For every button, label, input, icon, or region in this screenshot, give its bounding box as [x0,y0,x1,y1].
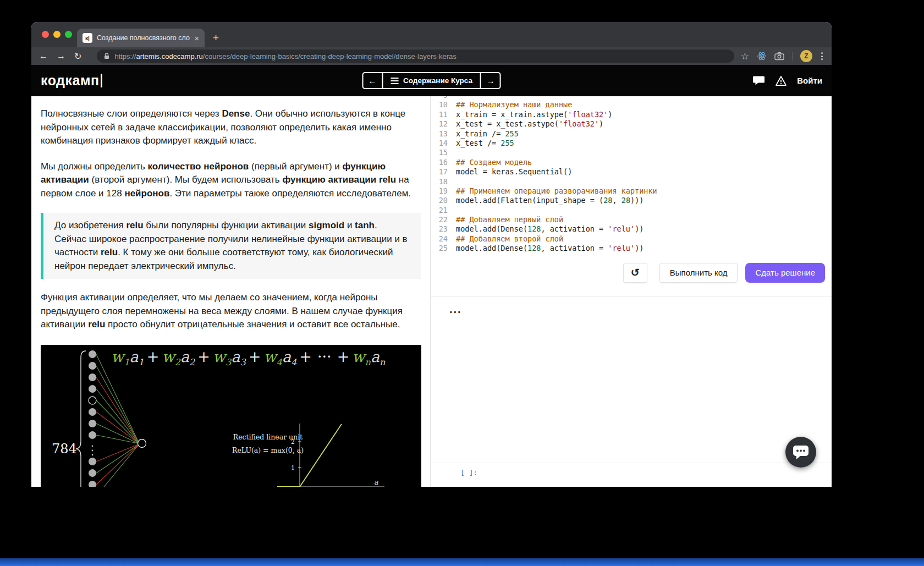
reload-icon[interactable]: ↻ [74,51,81,62]
reset-icon: ↺ [631,266,640,279]
line-number: 22 [431,215,448,224]
input-count-label: 784 [52,441,77,457]
code-line[interactable]: 20model.add(Flatten(input_shape = (28, 2… [431,196,832,205]
brace-shape [76,351,86,487]
course-navigation: ← Содержание Курса → [362,72,501,89]
neural-network-figure: 784 [41,345,421,487]
line-number: 18 [431,177,448,186]
line-number: 23 [431,224,448,234]
bookmark-star-icon[interactable]: ☆ [741,51,749,62]
forward-icon[interactable]: → [57,51,65,61]
input-neurons [89,350,96,487]
y-tick-1: 1 [291,464,295,471]
toolbar-separator [792,52,793,61]
logo-text: кодкамп [41,73,100,89]
site-logo[interactable]: кодкамп [41,73,102,89]
logo-cursor [101,74,102,87]
line-number: 15 [431,148,448,157]
chat-icon[interactable] [753,75,765,86]
new-tab-button[interactable]: + [213,32,219,44]
hamburger-icon [391,78,398,84]
tab-close-icon[interactable]: × [194,34,199,43]
minimize-window-button[interactable] [53,31,61,38]
url-path: /courses/deep-learning-basics/creating-d… [203,52,457,61]
code-line[interactable]: 21 [431,206,832,215]
url-host: artemis.codecamp.ru [136,52,202,61]
run-code-button[interactable]: Выполнить код [659,263,738,283]
warning-icon[interactable] [775,75,787,86]
line-number: 14 [431,139,448,148]
login-button[interactable]: Войти [797,76,822,85]
output-collapsed-ellipsis[interactable]: ... [449,303,832,316]
editor-actions: ↺ Выполнить код Сдать решение [431,263,832,283]
back-icon[interactable]: ← [39,51,48,61]
note-callout: До изобретения relu были популярны функц… [41,213,421,279]
code-line[interactable]: 14x_test /= 255 [431,139,832,148]
code-line[interactable]: 9 [431,96,832,100]
x-axis-label: a [374,478,378,486]
line-number: 25 [431,244,448,253]
code-line[interactable]: 19## Применяем операцию разворачивания к… [431,186,832,196]
code-editor[interactable]: 910## Нормализуем наши данные11x_train =… [431,96,832,254]
code-line[interactable]: 23model.add(Dense(128, activation = 'rel… [431,224,832,234]
extension-atom-icon[interactable] [757,51,767,61]
address-bar[interactable]: https://artemis.codecamp.ru/courses/deep… [97,50,734,63]
relu-formula: ReLU(a) = max(0, a) [232,446,304,454]
line-number: 13 [431,129,448,139]
tab-favicon: к| [82,33,92,43]
y-tick-2: 2 [291,438,295,446]
support-chat-button[interactable] [785,437,816,468]
code-line[interactable]: 13x_train /= 255 [431,129,832,139]
line-number: 21 [431,206,448,215]
profile-avatar[interactable]: Z [800,50,812,62]
weighted-sum-formula: w1a1+w2a2+w3a3+w4a4+···+wnan [111,348,385,365]
code-line[interactable]: 25model.add(Dense(128, activation = 'rel… [431,244,832,253]
browser-window: к| Создание полносвязного сло × + ← → ↻ … [31,22,832,487]
browser-tab[interactable]: к| Создание полносвязного сло × [77,29,205,47]
browser-menu-icon[interactable] [820,51,824,61]
article-paragraph: Мы должны определить количество нейронов… [41,160,421,201]
code-line[interactable]: 15 [431,148,832,157]
code-line[interactable]: 16## Создаем модель [431,158,832,167]
code-line[interactable]: 11x_train = x_train.astype('float32') [431,110,832,119]
code-line[interactable]: 18 [431,177,832,186]
prev-lesson-button[interactable]: ← [363,73,382,88]
code-panel: 910## Нормализуем наши данные11x_train =… [431,96,832,487]
url-scheme: https:// [114,52,136,61]
course-contents-button[interactable]: Содержание Курса [382,73,481,88]
code-line[interactable]: 24## Добавляем второй слой [431,234,832,244]
screenshot-camera-icon[interactable] [774,52,784,61]
empty-cell-prompt[interactable]: [ ]: [460,469,477,477]
output-neuron [138,439,146,447]
code-line[interactable]: 22## Добавляем первый слой [431,215,832,224]
weight-lines [96,354,138,487]
chat-bubble-icon [785,437,816,468]
article-paragraph: Полносвязные слои определяются через Den… [41,107,421,148]
article-panel: Полносвязные слои определяются через Den… [31,96,431,487]
header-actions: Войти [753,75,822,86]
site-header: кодкамп ← Содержание Курса → Войти [31,65,832,96]
article-paragraph: Функция активации определяет, что мы дел… [41,291,421,332]
tab-strip: к| Создание полносвязного сло × + [31,22,832,47]
code-line[interactable]: 10## Нормализуем наши данные [431,100,832,109]
url-text: https://artemis.codecamp.ru/courses/deep… [114,52,456,61]
line-number: 9 [431,96,448,100]
lesson-content: Полносвязные слои определяются через Den… [31,96,832,487]
course-contents-label: Содержание Курса [403,76,472,85]
toolbar-actions: ☆ Z [741,50,824,62]
code-line[interactable]: 12x_test = x_test.astype('float32') [431,119,832,129]
line-number: 16 [431,158,448,167]
line-number: 10 [431,100,448,109]
close-window-button[interactable] [42,31,49,38]
browser-toolbar: ← → ↻ https://artemis.codecamp.ru/course… [31,47,832,65]
tab-title: Создание полносвязного сло [97,34,190,42]
window-controls [42,31,72,38]
next-lesson-button[interactable]: → [481,73,500,88]
code-line[interactable]: 17model = keras.Sequential() [431,167,832,177]
submit-solution-button[interactable]: Сдать решение [745,263,825,283]
output-divider [431,296,832,296]
maximize-window-button[interactable] [65,31,72,38]
line-number: 17 [431,167,448,177]
reset-code-button[interactable]: ↺ [623,263,647,283]
lock-icon [103,52,110,60]
